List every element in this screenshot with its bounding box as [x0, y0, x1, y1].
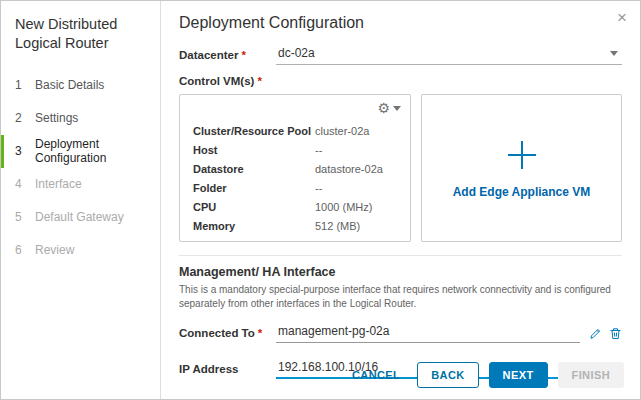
connected-to-actions: [589, 327, 622, 343]
datacenter-row: Datacenter* dc-02a: [179, 44, 622, 65]
step-label: Default Gateway: [35, 210, 124, 224]
chevron-down-icon: [393, 106, 401, 111]
new-dlr-wizard-dialog: New Distributed Logical Router 1 Basic D…: [0, 0, 641, 400]
wizard-sidebar: New Distributed Logical Router 1 Basic D…: [1, 1, 161, 399]
step-number: 6: [15, 243, 28, 257]
section-divider: [179, 255, 622, 256]
step-deployment-configuration[interactable]: 3 Deployment Configuration: [1, 135, 160, 168]
wizard-footer: CANCEL BACK NEXT FINISH: [345, 362, 624, 388]
step-label: Settings: [35, 111, 78, 125]
step-label: Interface: [35, 177, 82, 191]
wizard-title: New Distributed Logical Router: [1, 11, 160, 69]
connected-to-row: Connected To* management-pg-02a: [179, 322, 622, 343]
page-title: Deployment Configuration: [179, 14, 622, 32]
step-number: 1: [15, 78, 28, 92]
step-number: 5: [15, 210, 28, 224]
vm-row-cluster: Cluster/Resource Pool cluster-02a: [180, 121, 410, 140]
finish-button: FINISH: [558, 362, 624, 388]
step-number: 3: [15, 144, 28, 158]
cancel-button[interactable]: CANCEL: [345, 362, 407, 388]
gear-menu-button[interactable]: ⚙: [377, 100, 401, 116]
control-vms-label: Control VM(s)*: [179, 75, 622, 87]
vm-row-folder: Folder --: [180, 178, 410, 197]
step-review: 6 Review: [1, 234, 160, 267]
step-interface: 4 Interface: [1, 168, 160, 201]
control-vm-card: ⚙ Cluster/Resource Pool cluster-02a Host…: [179, 94, 411, 242]
vm-row-datastore: Datastore datastore-02a: [180, 159, 410, 178]
next-button[interactable]: NEXT: [489, 362, 548, 388]
edit-button[interactable]: [589, 327, 602, 340]
management-ha-interface-description: This is a mandatory special-purpose inte…: [179, 283, 622, 311]
step-number: 4: [15, 177, 28, 191]
vm-row-cpu: CPU 1000 (MHz): [180, 197, 410, 216]
datacenter-selected-value: dc-02a: [278, 46, 315, 60]
delete-button[interactable]: [609, 327, 622, 340]
connected-to-field: management-pg-02a: [276, 322, 580, 343]
vm-row-host: Host --: [180, 140, 410, 159]
pencil-icon: [589, 327, 602, 340]
ip-address-label: IP Address: [179, 363, 276, 379]
datacenter-select[interactable]: dc-02a: [276, 44, 622, 65]
datacenter-label: Datacenter*: [179, 49, 276, 65]
required-marker: *: [257, 75, 261, 87]
step-settings[interactable]: 2 Settings: [1, 102, 160, 135]
add-edge-appliance-vm-label: Add Edge Appliance VM: [453, 185, 591, 199]
step-default-gateway: 5 Default Gateway: [1, 201, 160, 234]
step-label: Deployment Configuration: [35, 137, 160, 165]
management-ha-interface-title: Management/ HA Interface: [179, 265, 622, 279]
vm-row-memory: Memory 512 (MB): [180, 216, 410, 235]
deployment-configuration-panel: × Deployment Configuration Datacenter* d…: [161, 1, 640, 399]
required-marker: *: [241, 49, 245, 61]
close-icon[interactable]: ×: [617, 9, 627, 26]
back-button[interactable]: BACK: [417, 362, 478, 388]
vm-card-header: ⚙: [180, 95, 410, 121]
step-basic-details[interactable]: 1 Basic Details: [1, 69, 160, 102]
connected-to-value: management-pg-02a: [278, 324, 389, 338]
required-marker: *: [258, 327, 262, 339]
add-edge-appliance-vm-button[interactable]: Add Edge Appliance VM: [421, 94, 622, 242]
step-label: Basic Details: [35, 78, 104, 92]
chevron-down-icon: [610, 51, 618, 56]
plus-icon: [504, 137, 540, 173]
step-number: 2: [15, 111, 28, 125]
step-label: Review: [35, 243, 74, 257]
gear-icon: ⚙: [377, 100, 390, 116]
control-vm-cards: ⚙ Cluster/Resource Pool cluster-02a Host…: [179, 94, 622, 242]
trash-icon: [609, 327, 622, 340]
connected-to-label: Connected To*: [179, 327, 276, 343]
